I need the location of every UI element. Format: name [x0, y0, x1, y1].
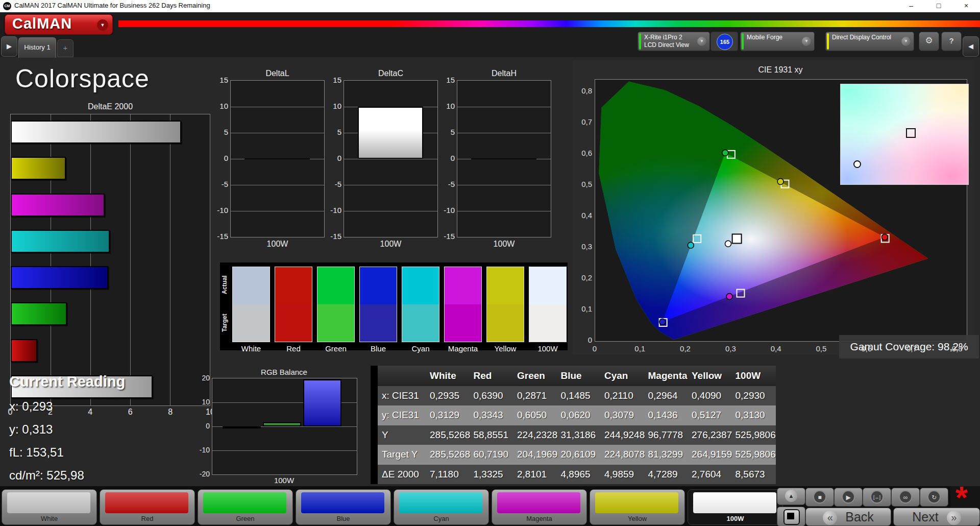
mini-ytick-label: -15 [442, 232, 455, 241]
pattern-button-yellow[interactable]: Yellow [590, 489, 685, 525]
pattern-label: Red [100, 515, 194, 522]
actual-swatch [317, 267, 354, 304]
mini-ytick-label: -5 [328, 180, 341, 188]
table-row-targety: Target Y285,526860,7190204,196920,610922… [378, 445, 776, 464]
mini-ytick-label: 10 [328, 102, 341, 110]
stop-button[interactable]: ■ [805, 488, 834, 507]
meter-dropdown[interactable]: X-Rite i1Pro 2LCD Direct View ▼ [638, 32, 710, 51]
current-reading-title: Current Reading [9, 373, 125, 390]
pattern-window-square [787, 513, 794, 519]
measure-control-row: ■▶[↔]∞↻ [805, 488, 948, 507]
table-value-cell: 0,3130 [732, 405, 776, 425]
pattern-swatch [595, 492, 678, 513]
next-button[interactable]: Next » [893, 508, 980, 526]
mini-ytick-label: -5 [215, 180, 228, 188]
table-row-y: Y285,526858,8551224,232831,3186244,92489… [378, 425, 776, 445]
up-arrow-icon: ▲ [785, 490, 797, 502]
mini-chart-x-label: 100W [344, 240, 438, 249]
source-status-accent [742, 33, 744, 50]
close-button[interactable]: × [954, 0, 978, 12]
table-row-label: Target Y [378, 445, 427, 464]
step-button[interactable]: [↔] [863, 488, 891, 507]
pattern-button-cyan[interactable]: Cyan [394, 489, 489, 525]
loop-icon: ↻ [927, 490, 941, 504]
expand-left-panel-button[interactable]: ▶ [1, 36, 17, 57]
mini-ytick-label: 5 [328, 128, 341, 136]
actual-swatch [402, 267, 439, 304]
pattern-button-magenta[interactable]: Magenta [492, 489, 587, 525]
target-square-white [732, 234, 742, 243]
mini-ytick-label: 0 [442, 154, 455, 162]
mini-chart-plot [457, 80, 551, 237]
mini-chart-zero-bar [471, 158, 536, 159]
pattern-button-green[interactable]: Green [198, 489, 293, 525]
back-button[interactable]: « Back [805, 508, 891, 526]
mini-ytick-label: 15 [215, 76, 228, 84]
loop-button[interactable]: ↻ [920, 488, 948, 507]
expand-right-panel-button[interactable]: ◀ [963, 36, 979, 57]
swatch-column-red: Red [275, 267, 312, 349]
rgb-ytick-label: 10 [197, 398, 210, 406]
mini-ytick-label: 10 [215, 102, 228, 110]
swatch-column-white: White [232, 267, 270, 349]
cie-ytick-label: 0,1 [574, 304, 592, 313]
mini-gridline [231, 133, 324, 133]
current-reading-line: cd/m²: 525,98 [9, 468, 125, 483]
table-value-cell: 0,0620 [558, 405, 602, 425]
tab-history-1[interactable]: History 1 [18, 37, 56, 58]
deltae-xtick-label: 8 [168, 408, 173, 417]
pattern-button-100w[interactable]: 100W [688, 489, 783, 525]
settings-gear-button[interactable]: ⚙ [919, 32, 939, 51]
minimize-button[interactable]: – [899, 0, 923, 12]
cie-xtick-label: 0,5 [810, 344, 832, 353]
play-button[interactable]: ▶ [834, 488, 863, 507]
table-row-e2000: ΔE 20007,11801,33252,81014,89654,98594,7… [378, 465, 776, 484]
table-value-cell: 224,2328 [514, 425, 558, 445]
back-label: Back [845, 510, 874, 524]
cie-xtick-label: 0,6 [855, 344, 878, 353]
cie-1931-panel: CIE 1931 xy [573, 60, 974, 355]
swatch-patch [444, 267, 482, 342]
pattern-button-blue[interactable]: Blue [296, 489, 391, 525]
calman-logo-button[interactable]: CalMAN ▼ [5, 14, 113, 35]
actual-swatch [487, 267, 524, 304]
restore-button[interactable]: □ [927, 0, 950, 12]
target-swatch [487, 304, 524, 342]
pattern-button-red[interactable]: Red [100, 489, 195, 525]
pattern-source-dropdown[interactable]: Mobile Forge ▼ [740, 32, 815, 51]
table-value-cell: 0,3129 [427, 405, 471, 425]
measurement-table: WhiteRedGreenBlueCyanMagentaYellow100Wx:… [371, 366, 776, 484]
pattern-up-button[interactable]: ▲ [777, 488, 805, 505]
pattern-window-controls: ▲ [777, 488, 804, 526]
measured-point-yellow [777, 179, 783, 185]
continuous-button[interactable]: ∞ [891, 488, 920, 507]
swatch-column-yellow: Yellow [486, 267, 524, 349]
mini-gridline [231, 107, 324, 107]
table-header-cell [378, 366, 427, 386]
pattern-window-button[interactable] [777, 507, 805, 526]
table-value-cell: 0,6390 [471, 386, 514, 405]
window-titlebar: CM CalMAN 2017 CalMAN Ultimate for Busin… [0, 0, 980, 12]
page-title: Colorspace [15, 64, 150, 93]
cie-ytick-label: 0,4 [574, 211, 592, 220]
pattern-window-icon [783, 509, 800, 525]
add-tab-button[interactable]: + [57, 39, 74, 57]
table-value-cell: 244,9248 [601, 425, 645, 445]
current-reading-block: Current Reading x: 0,293y: 0,313fL: 153,… [9, 373, 125, 491]
mini-ytick-label: 15 [442, 76, 455, 84]
meter-count-badge[interactable]: 165 [717, 34, 733, 50]
table-value-cell: 81,3299 [645, 445, 689, 464]
swatch-label: White [232, 344, 270, 353]
swatch-patch [275, 267, 312, 342]
cie-ytick-label: 0,7 [574, 117, 592, 126]
actual-swatch [233, 267, 270, 304]
swatch-label: Cyan [402, 344, 439, 353]
pattern-button-white[interactable]: White [2, 489, 97, 525]
pattern-label: 100W [688, 515, 782, 522]
mini-chart-zero-bar [244, 158, 310, 159]
mini-chart-plot [344, 80, 438, 237]
help-button[interactable]: ? [941, 32, 962, 51]
display-control-dropdown[interactable]: Direct Display Control ▼ [825, 32, 914, 51]
actual-target-swatch-strip: Actual Target WhiteRedGreenBlueCyanMagen… [220, 262, 568, 350]
chart-deltal: DeltaL151050-5-10-15100W [215, 69, 325, 254]
